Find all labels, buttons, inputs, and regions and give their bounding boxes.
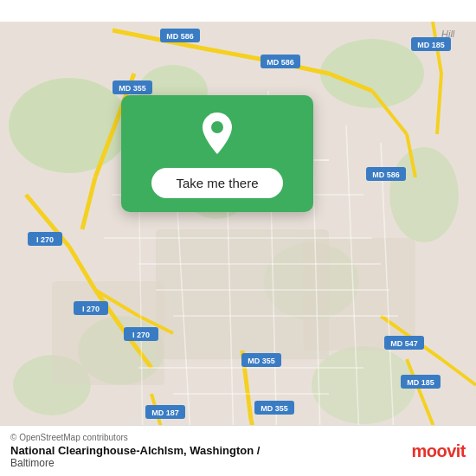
svg-point-4: [389, 147, 459, 242]
take-me-there-button[interactable]: Take me there: [151, 168, 282, 198]
svg-text:MD 185: MD 185: [407, 378, 434, 387]
svg-text:MD 355: MD 355: [248, 357, 275, 365]
svg-point-1: [9, 78, 130, 173]
svg-text:MD 586: MD 586: [372, 170, 400, 179]
svg-point-79: [211, 121, 223, 133]
attribution-text: © OpenStreetMap contributors: [10, 433, 260, 442]
svg-text:MD 355: MD 355: [261, 404, 288, 413]
moovit-logo-text: moovit: [411, 441, 466, 461]
bottom-left-info: © OpenStreetMap contributors National Cl…: [10, 433, 260, 469]
map-container: MD 586 MD 586 MD 586 MD 355 MD 185 MD 18…: [0, 0, 476, 476]
svg-text:MD 586: MD 586: [166, 32, 194, 41]
svg-text:Hill: Hill: [441, 29, 455, 39]
svg-text:MD 586: MD 586: [267, 58, 294, 67]
svg-text:MD 355: MD 355: [119, 84, 146, 93]
take-me-there-card: Take me there: [121, 95, 313, 212]
place-region: Baltimore: [10, 457, 260, 469]
svg-text:I 270: I 270: [36, 235, 54, 244]
svg-point-3: [320, 39, 424, 108]
location-pin-icon: [195, 111, 240, 156]
svg-text:MD 547: MD 547: [390, 339, 418, 348]
map-background: MD 586 MD 586 MD 586 MD 355 MD 185 MD 18…: [0, 0, 476, 476]
svg-rect-12: [303, 238, 415, 351]
svg-text:MD 187: MD 187: [151, 408, 179, 417]
place-name: National Clearinghouse-Alchlsm, Washingt…: [10, 444, 260, 457]
svg-text:MD 185: MD 185: [417, 41, 445, 49]
svg-text:I 270: I 270: [132, 331, 150, 339]
moovit-logo: moovit: [411, 441, 466, 461]
svg-text:I 270: I 270: [82, 305, 100, 313]
bottom-bar: © OpenStreetMap contributors National Cl…: [0, 425, 476, 476]
